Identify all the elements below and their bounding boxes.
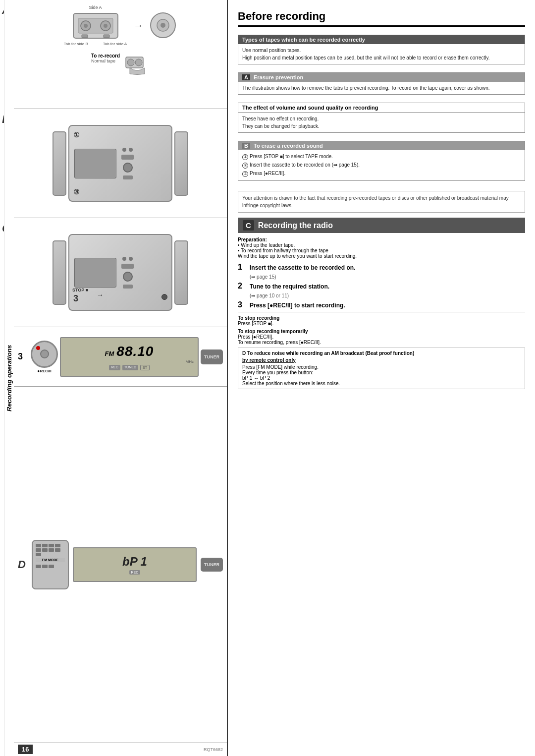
letter-a-badge: A	[242, 74, 250, 80]
speaker-right-b	[174, 131, 188, 196]
rb6	[42, 548, 48, 552]
fm-label: FM	[105, 350, 114, 357]
types-line2: High position and metal position tapes c…	[242, 54, 521, 61]
svg-point-3	[84, 24, 88, 28]
slot-b	[121, 155, 134, 160]
reel-svg	[150, 12, 177, 39]
step2-sub: (➡ page 10 or 11)	[250, 293, 525, 298]
left-panel: Recording operations A Side A	[0, 0, 228, 756]
slot-c	[121, 264, 134, 269]
volume-line1: These have no effect on recording.	[242, 115, 521, 122]
erase-step3-text: Press [●REC/II].	[250, 170, 285, 177]
page-title: Before recording	[238, 10, 525, 27]
section-d-letter: D	[18, 558, 26, 571]
rec-label: ●REC/II	[37, 369, 51, 373]
tape-cassette-svg	[71, 11, 120, 41]
box-erase-body: ① Press [STOP ■] to select TAPE mode. ② …	[238, 150, 525, 180]
section-b: B	[14, 109, 227, 218]
erase-step3: ③ Press [●REC/II].	[242, 170, 521, 177]
svg-rect-7	[104, 35, 109, 38]
step1-num: 1	[238, 263, 247, 272]
copyright-box: Your attention is drawn to the fact that…	[238, 191, 525, 213]
model-number: RQT6682	[204, 747, 223, 752]
box-types-of-tapes: Types of tapes which can be recorded cor…	[238, 35, 525, 64]
c-badge: C	[243, 220, 254, 231]
badge-tuned: TUNED	[122, 365, 138, 370]
rb7	[49, 548, 54, 552]
re-record-section: To re-record Normal tape	[91, 53, 150, 75]
stereo-c-unit: STOP ■ 3 →	[53, 234, 188, 311]
svg-point-10	[160, 23, 165, 28]
erasure-header-text: Erasure prevention	[254, 74, 303, 80]
freq-display: 88.10	[116, 344, 154, 359]
stop-label: STOP ■	[72, 288, 88, 292]
dot2c	[129, 257, 133, 261]
step-1-row: 1 Insert the cassette to be recorded on.	[238, 263, 525, 272]
stop-button-indicator	[161, 294, 167, 300]
erase-step1-text: Press [STOP ■] to select TAPE mode.	[250, 153, 333, 160]
to-stop-section: To stop recording Press [STOP ■].	[238, 312, 525, 326]
step3-text: Press [●REC/II] to start recording.	[250, 302, 345, 309]
re-record-title: To re-record	[91, 53, 120, 58]
speaker-left-c	[53, 240, 66, 305]
step-2-row: 2 Tune to the required station.	[238, 282, 525, 291]
to-stop-temp-section: To stop recording temporarily Press [●RE…	[238, 329, 525, 345]
main-unit-c: STOP ■ 3 →	[68, 234, 172, 311]
box-types-header: Types of tapes which can be recorded cor…	[238, 35, 525, 44]
re-record-labels: To re-record Normal tape	[91, 53, 120, 63]
svg-point-12	[127, 59, 134, 66]
volume-line2: They can be changed for playback.	[242, 122, 521, 130]
rb5	[36, 548, 41, 552]
fm-row: FM 88.10	[105, 344, 154, 359]
svg-point-5	[104, 24, 107, 28]
step1-text: Insert the cassette to be recorded on.	[250, 264, 355, 271]
prep-title: Preparation:	[238, 237, 525, 242]
rec-button[interactable]	[31, 341, 58, 368]
dot2	[129, 148, 133, 152]
step1-sub: (➡ page 15)	[250, 274, 525, 280]
bp-badges: REC	[129, 570, 141, 575]
bar-b	[123, 175, 133, 179]
svg-rect-6	[82, 35, 88, 38]
unit-dots-b	[122, 148, 133, 152]
to-stop-temp-body: Press [●REC/II].	[238, 334, 525, 340]
knob-c	[123, 272, 133, 282]
rb11	[42, 565, 48, 568]
step2-text: Tune to the required station.	[250, 283, 329, 290]
remote-only-label: by remote control only	[242, 357, 521, 363]
page-number: 16	[18, 745, 33, 754]
erase-step2: ② Insert the cassette to be recorded on …	[242, 161, 521, 169]
step2-num: 2	[238, 282, 247, 291]
erase-step2-text: Insert the cassette to be recorded on (➡…	[250, 161, 360, 169]
prep-line3: Wind the tape up to where you want to st…	[238, 253, 525, 259]
tab-side-a: Tab for side A	[103, 42, 127, 46]
tuner-badge: TUNER	[201, 349, 223, 364]
prep-line1: • Wind up the leader tape.	[238, 242, 525, 248]
box-volume-effect: The effect of volume and sound quality o…	[238, 103, 525, 133]
unit-controls-b	[121, 148, 134, 179]
stereo-b-wrapper: ① ③	[18, 114, 223, 213]
badge-st: ST	[140, 365, 150, 370]
unit-dots-c	[122, 257, 133, 261]
left-content: A Side A	[14, 0, 227, 756]
box-erasure: A Erasure prevention The illustration sh…	[238, 72, 525, 95]
speaker-left-b	[53, 131, 66, 196]
bp-badge-rec: REC	[129, 570, 141, 575]
right-panel: Before recording Types of tapes which ca…	[228, 0, 535, 756]
remote-line3: bP 1 ↔ bP 2	[242, 375, 521, 381]
step3-num: 3	[238, 300, 247, 309]
rec-dot	[36, 346, 40, 350]
rec-inner	[40, 349, 49, 358]
num-3-label: ③	[73, 188, 80, 196]
mhz-label: MHz	[186, 359, 194, 364]
bp-display: bP 1 REC	[73, 547, 197, 582]
box-erase-sound: B To erase a recorded sound ① Press [STO…	[238, 141, 525, 181]
remote-buttons	[36, 544, 65, 556]
num-1-label: ①	[73, 131, 80, 139]
rb4	[55, 544, 60, 547]
section-a-diagram: Side A	[18, 5, 223, 75]
speaker-right-c	[174, 240, 188, 305]
unit-screen-c	[74, 258, 116, 288]
rb9	[36, 553, 41, 556]
unit-screen-b	[74, 149, 116, 178]
